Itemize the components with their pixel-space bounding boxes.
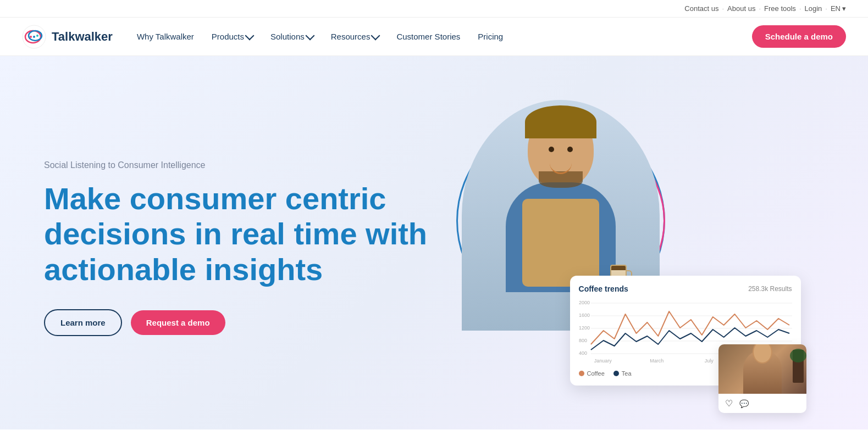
separator-4: · xyxy=(825,4,827,13)
main-nav: Talkwalker Why Talkwalker Products Solut… xyxy=(0,18,868,56)
nav-customer-stories[interactable]: Customer Stories xyxy=(389,27,468,46)
svg-point-5 xyxy=(36,35,38,37)
comment-icon[interactable]: 💬 xyxy=(739,399,749,408)
contact-us-link[interactable]: Contact us xyxy=(684,4,718,13)
login-link[interactable]: Login xyxy=(805,4,822,13)
separator-3: · xyxy=(799,4,801,13)
person-apron xyxy=(522,199,599,287)
about-us-link[interactable]: About us xyxy=(727,4,755,13)
learn-more-button[interactable]: Learn more xyxy=(44,309,122,336)
hero-subtitle: Social Listening to Consumer Intelligenc… xyxy=(44,160,429,170)
products-chevron-icon xyxy=(245,31,255,41)
logo-icon xyxy=(22,25,46,49)
svg-point-3 xyxy=(30,36,32,38)
heart-icon[interactable]: ♡ xyxy=(725,398,733,409)
nav-why-talkwalker[interactable]: Why Talkwalker xyxy=(129,27,202,46)
cup-lid xyxy=(611,266,626,270)
person-eye-left xyxy=(549,147,554,152)
svg-point-4 xyxy=(33,36,35,38)
social-plant-leaf xyxy=(790,349,806,362)
hero-visual: Coffee trends 258.3k Results 2000 1600 1… xyxy=(429,89,790,407)
legend-tea-dot xyxy=(613,371,619,376)
separator-1: · xyxy=(722,4,724,13)
hero-section: Social Listening to Consumer Intelligenc… xyxy=(0,56,868,429)
chevron-down-icon: ▾ xyxy=(842,4,846,13)
social-actions: ♡ 💬 xyxy=(718,394,806,413)
svg-text:800: 800 xyxy=(579,338,587,343)
nav-pricing[interactable]: Pricing xyxy=(470,27,511,46)
chart-header: Coffee trends 258.3k Results xyxy=(579,284,792,293)
solutions-chevron-icon xyxy=(305,31,314,41)
resources-chevron-icon xyxy=(371,31,380,41)
nav-links: Why Talkwalker Products Solutions Resour… xyxy=(129,27,752,46)
hero-content: Social Listening to Consumer Intelligenc… xyxy=(44,160,429,336)
hero-buttons: Learn more Request a demo xyxy=(44,309,429,336)
chart-results: 258.3k Results xyxy=(748,285,792,293)
person-eye-right xyxy=(567,147,573,152)
request-demo-button[interactable]: Request a demo xyxy=(131,310,225,335)
svg-text:1600: 1600 xyxy=(579,312,590,318)
legend-tea: Tea xyxy=(613,370,632,377)
language-selector[interactable]: EN ▾ xyxy=(831,4,846,13)
legend-coffee: Coffee xyxy=(579,370,605,377)
svg-text:2000: 2000 xyxy=(579,300,590,305)
separator-2: · xyxy=(759,4,761,13)
logo-text: Talkwalker xyxy=(52,30,113,44)
nav-products[interactable]: Products xyxy=(204,27,261,46)
social-image xyxy=(718,344,806,394)
svg-text:July: July xyxy=(704,358,713,364)
hero-title: Make consumer centric decisions in real … xyxy=(44,181,429,287)
legend-coffee-dot xyxy=(579,371,584,376)
schedule-demo-button[interactable]: Schedule a demo xyxy=(752,25,846,48)
chart-title: Coffee trends xyxy=(579,284,628,293)
nav-solutions[interactable]: Solutions xyxy=(263,27,321,46)
social-card: ♡ 💬 xyxy=(718,344,806,413)
free-tools-link[interactable]: Free tools xyxy=(764,4,796,13)
svg-text:March: March xyxy=(650,358,664,364)
person-hair xyxy=(525,105,596,138)
logo[interactable]: Talkwalker xyxy=(22,25,113,49)
nav-resources[interactable]: Resources xyxy=(323,27,387,46)
svg-text:January: January xyxy=(594,358,611,364)
svg-text:1200: 1200 xyxy=(579,325,590,331)
svg-text:400: 400 xyxy=(579,350,587,356)
utility-bar: Contact us · About us · Free tools · Log… xyxy=(0,0,868,18)
